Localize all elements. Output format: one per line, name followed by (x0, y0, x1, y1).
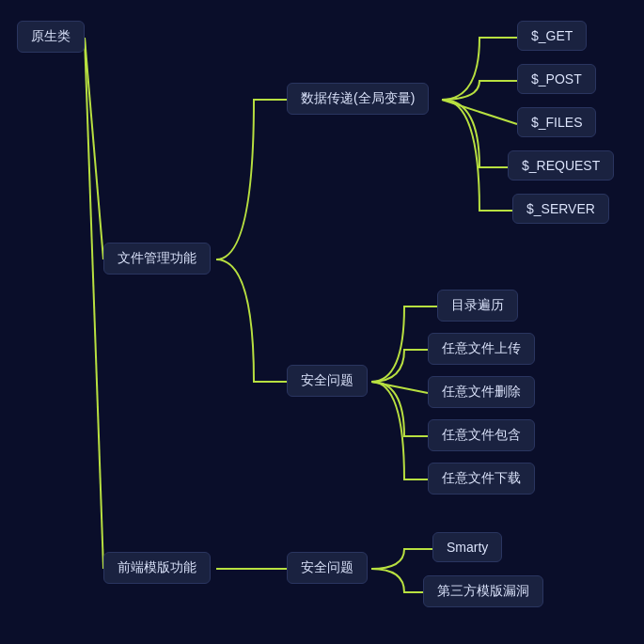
node-security2: 安全问题 (287, 552, 368, 584)
node-third-party: 第三方模版漏洞 (423, 575, 543, 607)
node-security1: 安全问题 (287, 365, 368, 397)
node-server: $_SERVER (512, 194, 609, 224)
node-files: $_FILES (517, 107, 596, 137)
node-get: $_GET (517, 21, 587, 51)
node-frontend: 前端模版功能 (103, 552, 211, 584)
mind-map: 原生类 文件管理功能 数据传递(全局变量) $_GET $_POST $_FIL… (0, 0, 644, 644)
node-file-mgmt: 文件管理功能 (103, 243, 211, 275)
node-root: 原生类 (17, 21, 85, 53)
node-dir-traverse: 目录遍历 (437, 290, 518, 322)
node-file-download: 任意文件下载 (428, 463, 535, 495)
node-smarty: Smarty (432, 532, 502, 562)
node-data-transfer: 数据传递(全局变量) (287, 83, 429, 115)
node-post: $_POST (517, 64, 596, 94)
node-file-delete: 任意文件删除 (428, 376, 535, 408)
node-file-include: 任意文件包含 (428, 419, 535, 451)
node-request: $_REQUEST (508, 150, 614, 181)
node-file-upload: 任意文件上传 (428, 333, 535, 365)
